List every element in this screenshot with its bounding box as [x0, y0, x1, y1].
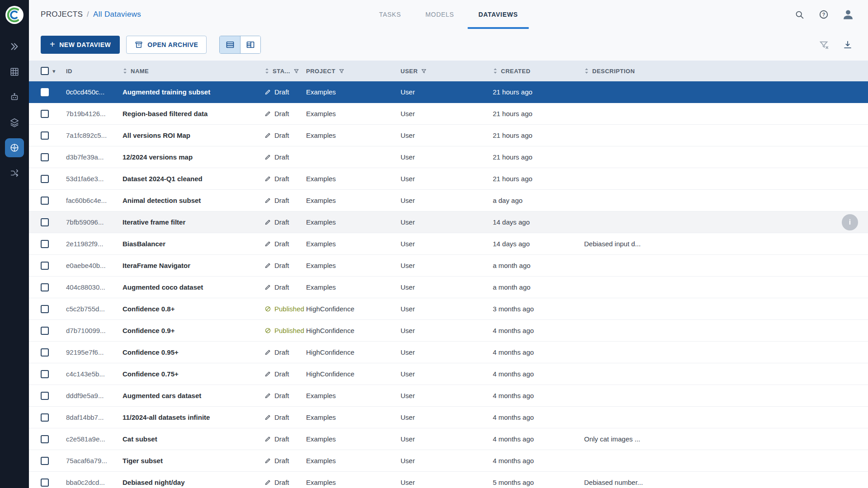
row-checkbox[interactable] [41, 218, 49, 226]
row-project: Examples [306, 457, 401, 465]
table-row[interactable]: 75acaf6a79...Tiger subsetDraftExamplesUs… [29, 450, 868, 472]
row-checkbox[interactable] [41, 348, 49, 357]
table-row[interactable]: d7b710099...Confidence 0.9+PublishedHigh… [29, 320, 868, 342]
row-checkbox[interactable] [41, 305, 49, 313]
row-select-cell [41, 131, 66, 140]
row-user: User [401, 435, 493, 443]
sidebar-item-dataviews[interactable] [5, 138, 24, 157]
row-id: 7a1fc892c5... [66, 131, 123, 139]
row-checkbox[interactable] [41, 283, 49, 291]
tab-models[interactable]: MODELS [415, 0, 465, 29]
row-checkbox[interactable] [41, 197, 49, 205]
row-checkbox[interactable] [41, 327, 49, 335]
table-view-button[interactable] [220, 36, 240, 53]
table-row[interactable]: fac60b6c4e...Animal detection subsetDraf… [29, 190, 868, 211]
sidebar-item-annotator[interactable] [5, 88, 24, 107]
filter-icon[interactable] [339, 68, 344, 74]
draft-pencil-icon [264, 240, 271, 247]
row-checkbox[interactable] [41, 479, 49, 487]
row-checkbox[interactable] [41, 457, 49, 465]
download-icon[interactable] [839, 36, 856, 53]
table-row[interactable]: c5c2b755d...Confidence 0.8+PublishedHigh… [29, 298, 868, 320]
open-archive-button[interactable]: OPEN ARCHIVE [126, 36, 207, 54]
filter-icon[interactable] [293, 68, 299, 74]
row-created: 21 hours ago [493, 175, 584, 183]
column-header-name[interactable]: NAME [123, 68, 264, 75]
column-header-id[interactable]: ID [66, 68, 123, 75]
draft-pencil-icon [264, 436, 271, 442]
sidebar-item-datasets[interactable] [5, 113, 24, 132]
breadcrumb-projects[interactable]: PROJECTS [41, 10, 83, 19]
help-icon[interactable]: ? [816, 6, 832, 23]
column-header-project[interactable]: PROJECT [306, 68, 401, 75]
row-id: 0c0cd450c... [66, 88, 123, 96]
row-checkbox[interactable] [41, 88, 49, 96]
plus-icon: + [50, 40, 55, 49]
table-row[interactable]: d3b7fe39a...12/2024 versions mapDraftUse… [29, 146, 868, 168]
row-user: User [401, 218, 493, 226]
row-name: Augmented cars dataset [123, 392, 264, 399]
table-row[interactable]: c4c143e5b...Confidence 0.75+DraftHighCon… [29, 363, 868, 385]
row-checkbox[interactable] [41, 413, 49, 422]
table-row[interactable]: dddf9e5a9...Augmented cars datasetDraftE… [29, 385, 868, 407]
table-row[interactable]: 53d1fa6e3...Dataset 2024-Q1 cleanedDraft… [29, 168, 868, 190]
row-user: User [401, 327, 493, 334]
column-header-status[interactable]: STA... [264, 68, 306, 75]
row-checkbox[interactable] [41, 175, 49, 183]
app-logo-icon[interactable] [5, 5, 24, 24]
sidebar-item-pipelines[interactable] [5, 164, 24, 183]
table-row[interactable]: 8daf14bb7...11/2024-all datasets infinit… [29, 407, 868, 428]
row-checkbox[interactable] [41, 392, 49, 400]
user-avatar-icon[interactable] [840, 6, 856, 23]
row-checkbox[interactable] [41, 110, 49, 118]
row-checkbox[interactable] [41, 131, 49, 140]
column-header-user[interactable]: USER [401, 68, 493, 75]
table-row[interactable]: 404c88030...Augmented coco datasetDraftE… [29, 277, 868, 298]
row-created: a day ago [493, 197, 584, 204]
sort-icon[interactable] [264, 68, 269, 74]
row-created: 4 months ago [493, 413, 584, 421]
column-header-description[interactable]: DESCRIPTION [584, 68, 856, 75]
row-project: Examples [306, 131, 401, 139]
row-name: BiasBalancer [123, 240, 264, 248]
row-description: Debiased input d... [584, 240, 856, 248]
table-row[interactable]: 92195e7f6...Confidence 0.95+DraftHighCon… [29, 342, 868, 363]
sidebar-item-boards[interactable] [5, 62, 24, 81]
table-row[interactable]: e0aebe40b...IteraFrame NavigatorDraftExa… [29, 255, 868, 277]
row-project: Examples [306, 88, 401, 96]
new-dataview-button[interactable]: + NEW DATAVIEW [41, 36, 120, 54]
table-row[interactable]: 0c0cd450c...Augmented training subsetDra… [29, 81, 868, 103]
row-checkbox[interactable] [41, 153, 49, 161]
table-row[interactable]: c2e581a9e...Cat subsetDraftExamplesUser4… [29, 428, 868, 450]
table-row[interactable]: 7a1fc892c5...All versions ROI MapDraftEx… [29, 125, 868, 146]
dataview-icon [9, 143, 19, 153]
column-header-created[interactable]: CREATED [493, 68, 584, 75]
floating-info-button[interactable]: i [842, 214, 858, 230]
sidebar-item-menu-expand[interactable] [5, 37, 24, 56]
sort-icon[interactable] [123, 68, 127, 74]
tab-tasks[interactable]: TASKS [368, 0, 412, 29]
sort-icon[interactable] [584, 68, 589, 74]
split-view-button[interactable] [240, 36, 260, 53]
table-row[interactable]: 7b19b4126...Region-based filtered dataDr… [29, 103, 868, 125]
row-name: Debiased night/day [123, 479, 264, 486]
table-row[interactable]: bba0c2dcd...Debiased night/dayDraftExamp… [29, 472, 868, 488]
breadcrumb-all-dataviews[interactable]: All Dataviews [93, 10, 141, 19]
select-all-checkbox[interactable] [41, 67, 49, 75]
row-checkbox[interactable] [41, 370, 49, 378]
table-row[interactable]: 7bfb59096...Iterative frame filterDraftE… [29, 211, 868, 233]
tab-dataviews[interactable]: DATAVIEWS [467, 0, 528, 29]
sort-icon[interactable] [493, 68, 498, 74]
chevron-down-icon[interactable]: ▾ [52, 68, 56, 75]
row-user: User [401, 153, 493, 161]
row-name: Confidence 0.95+ [123, 348, 264, 356]
row-status: Draft [264, 240, 306, 248]
sidebar [0, 0, 29, 488]
row-checkbox[interactable] [41, 262, 49, 270]
search-icon[interactable] [791, 6, 807, 23]
clear-filters-icon[interactable] [816, 36, 833, 53]
table-row[interactable]: 2e11982f9...BiasBalancerDraftExamplesUse… [29, 233, 868, 255]
row-checkbox[interactable] [41, 435, 49, 443]
row-checkbox[interactable] [41, 240, 49, 248]
filter-icon[interactable] [421, 68, 427, 74]
